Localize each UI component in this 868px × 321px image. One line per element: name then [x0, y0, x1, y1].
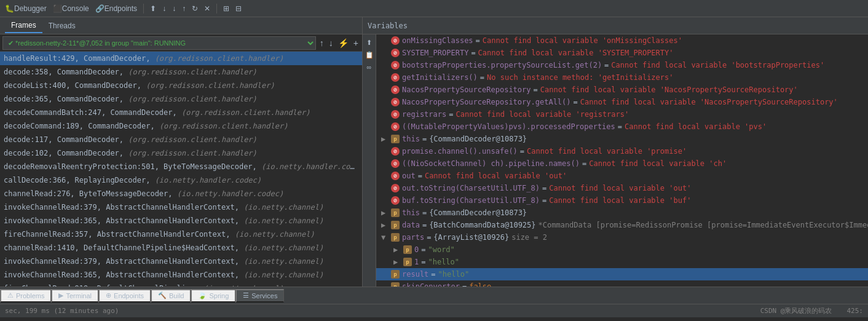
var-item[interactable]: ▶ p 0 = "word": [376, 244, 868, 256]
thread-down-btn[interactable]: ↓: [328, 37, 334, 49]
no-arrow: ▶: [381, 109, 389, 120]
var-value: Cannot find local variable 'pvs': [625, 121, 767, 132]
toolbar-tab-endpoints[interactable]: 🔗 Endpoints: [93, 3, 140, 14]
var-item[interactable]: ▶ ⊘ buf.toString(CharsetUtil.UTF_8) = Ca…: [376, 194, 868, 207]
collapse-arrow[interactable]: ▼: [381, 232, 389, 243]
toolbar-restore-layout[interactable]: ⬆: [148, 3, 159, 14]
bottom-tab-spring[interactable]: 🍃Spring: [191, 289, 235, 303]
var-name: data: [402, 220, 420, 231]
frame-item[interactable]: invokeChannelRead:365, AbstractChannelHa…: [0, 214, 362, 228]
frame-item[interactable]: handleResult:429, CommandDecoder, (org.r…: [0, 52, 362, 65]
bottom-tab-build[interactable]: 🔨Build: [151, 289, 191, 303]
toolbar-tab-console[interactable]: ⬛ Console: [50, 3, 92, 14]
var-equals: =: [449, 109, 453, 120]
bottom-tab-endpoints[interactable]: ⊕Endpoints: [98, 289, 151, 303]
toolbar-view-breakpoints[interactable]: ⊞: [221, 3, 232, 14]
var-name: result: [402, 269, 428, 280]
frame-item[interactable]: decode:117, CommandDecoder, (org.redisso…: [0, 133, 362, 146]
bottom-tab-terminal[interactable]: ▶Terminal: [51, 289, 98, 303]
var-value: Cannot find local variable 'NacosPropert…: [580, 97, 838, 108]
var-item[interactable]: ▶ p data = {BatchCommandData@10925} *Com…: [376, 219, 868, 231]
prop-icon: p: [391, 135, 400, 143]
var-item[interactable]: ▶ ⊘ out.toString(CharsetUtil.UTF_8) = Ca…: [376, 182, 868, 194]
side-btn-link[interactable]: ∞: [364, 61, 375, 73]
main-content: ✔ *redisson-netty-2-11*@7,052 in group "…: [0, 34, 868, 287]
expand-arrow[interactable]: ▶: [381, 220, 389, 231]
tab-frames[interactable]: Frames: [5, 18, 42, 33]
var-item[interactable]: ▶ ⊘ ((MutablePropertyValues)pvs).process…: [376, 121, 868, 133]
toolbar-step-over[interactable]: ↓: [160, 3, 168, 14]
frame-item[interactable]: fireChannelRead:357, AbstractChannelHand…: [0, 228, 362, 241]
var-item[interactable]: ▶ ⊘ NacosPropertySourceRepository = Cann…: [376, 84, 868, 96]
frame-item[interactable]: channelRead:1410, DefaultChannelPipeline…: [0, 241, 362, 255]
frame-item[interactable]: decodeCommand:189, CommandDecoder, (org.…: [0, 119, 362, 133]
frame-item[interactable]: decode:358, CommandDecoder, (org.redisso…: [0, 65, 362, 79]
expand-arrow[interactable]: ▶: [393, 244, 401, 255]
right-side-toolbar: ⬆ 📋 ∞: [363, 34, 376, 287]
frame-item[interactable]: callDecode:366, ReplayingDecoder, (io.ne…: [0, 173, 362, 187]
var-item[interactable]: ▶ ⊘ getInitializers() = No such instance…: [376, 71, 868, 84]
var-value: Cannot find local variable 'buf': [549, 195, 691, 206]
frame-item[interactable]: decode:102, CommandDecoder, (org.redisso…: [0, 146, 362, 160]
var-item[interactable]: ▼ p parts = {ArrayList@10926} size = 2: [376, 231, 868, 244]
var-value: No such instance method: 'getInitializer…: [487, 72, 673, 83]
var-value: Cannot find local variable 'out': [549, 183, 691, 194]
var-item[interactable]: ▶ ⊘ bootstrapProperties.propertySourceLi…: [376, 59, 868, 71]
var-item[interactable]: ▶ ⊘ onMissingClasses = Cannot find local…: [376, 34, 868, 47]
var-item[interactable]: ▶ ⊘ NacosPropertySourceRepository.getAll…: [376, 96, 868, 108]
var-value: Cannot find local variable 'onMissingCla…: [483, 35, 682, 46]
var-item[interactable]: ▶ p this = {CommandDecoder@10873}: [376, 207, 868, 219]
bottom-tab-services[interactable]: ☰Services: [235, 289, 284, 303]
var-item[interactable]: ▶ ⊘ registrars = Cannot find local varia…: [376, 108, 868, 121]
frame-item[interactable]: decodeCommandBatch:247, CommandDecoder, …: [0, 106, 362, 119]
frame-item[interactable]: invokeChannelRead:365, AbstractChannelHa…: [0, 268, 362, 282]
frame-item[interactable]: invokeChannelRead:379, AbstractChannelHa…: [0, 255, 362, 268]
var-item[interactable]: ▶ ⊘ promise.channel().unsafe() = Cannot …: [376, 145, 868, 157]
expand-arrow[interactable]: ▶: [393, 256, 401, 268]
toolbar-evaluate[interactable]: ✕: [202, 3, 213, 14]
frame-item[interactable]: invokeChannelRead:379, AbstractChannelHa…: [0, 200, 362, 214]
side-btn-copy[interactable]: 📋: [364, 49, 375, 60]
thread-filter-btn[interactable]: ⚡: [337, 37, 350, 49]
side-btn-restore[interactable]: ⬆: [364, 37, 375, 48]
var-item[interactable]: ▶ ⊘ ((NioSocketChannel) ch).pipeline.nam…: [376, 157, 868, 170]
toolbar-run-cursor[interactable]: ↻: [189, 3, 200, 14]
error-icon: ⊘: [391, 36, 400, 45]
expand-arrow[interactable]: ▶: [381, 133, 389, 145]
frame-item[interactable]: decodeRemovalReentryProtection:501, Byte…: [0, 160, 362, 173]
var-equals: =: [422, 220, 427, 231]
var-item[interactable]: ▶ p skipConvertor = false: [376, 280, 868, 287]
var-item[interactable]: ▶ p result = "hello": [376, 268, 868, 280]
var-item[interactable]: ▶ p this = {CommandDecoder@10873}: [376, 133, 868, 145]
frame-item[interactable]: decode:365, CommandDecoder, (org.redisso…: [0, 92, 362, 106]
var-item[interactable]: ▶ p 1 = "hello": [376, 256, 868, 268]
toolbar-mute-breakpoints[interactable]: ⊟: [233, 3, 244, 14]
thread-dropdown[interactable]: ✔ *redisson-netty-2-11*@7,052 in group "…: [2, 36, 316, 50]
frame-item[interactable]: decodeList:400, CommandDecoder, (org.red…: [0, 79, 362, 92]
frame-item[interactable]: channelRead:276, ByteToMessageDecoder, (…: [0, 187, 362, 200]
frame-item[interactable]: fireChannelRead:919, DefaultChannelPipel…: [0, 282, 362, 287]
var-equals: =: [431, 269, 435, 280]
tab-threads[interactable]: Threads: [42, 19, 82, 33]
var-value: {CommandDecoder@10873}: [429, 133, 527, 145]
var-item[interactable]: ▶ ⊘ out = Cannot find local variable 'ou…: [376, 170, 868, 182]
no-arrow: ▶: [381, 170, 389, 181]
error-icon: ⊘: [391, 85, 400, 94]
expand-arrow[interactable]: ▶: [381, 207, 389, 218]
var-item[interactable]: ▶ ⊘ SYSTEM_PROPERTY = Cannot find local …: [376, 47, 868, 59]
frames-list: handleResult:429, CommandDecoder, (org.r…: [0, 52, 362, 287]
tab-icon: ▶: [58, 291, 63, 299]
tab-label: Services: [251, 292, 277, 299]
bottom-tab-problems[interactable]: ⚠Problems: [0, 289, 51, 303]
thread-up-btn[interactable]: ↑: [318, 37, 325, 49]
thread-add-btn[interactable]: +: [352, 37, 360, 49]
no-arrow: ▶: [381, 47, 389, 58]
var-name: NacosPropertySourceRepository: [402, 84, 531, 95]
frames-tabs-area: Frames Threads: [0, 17, 363, 34]
no-arrow: ▶: [381, 146, 389, 157]
tab-label: Spring: [209, 292, 229, 299]
no-arrow: ▶: [381, 158, 389, 169]
toolbar-step-into[interactable]: ↓: [170, 3, 178, 14]
toolbar-step-out[interactable]: ↑: [180, 3, 188, 14]
toolbar-tab-debugger[interactable]: 🐛 Debugger: [2, 3, 49, 14]
